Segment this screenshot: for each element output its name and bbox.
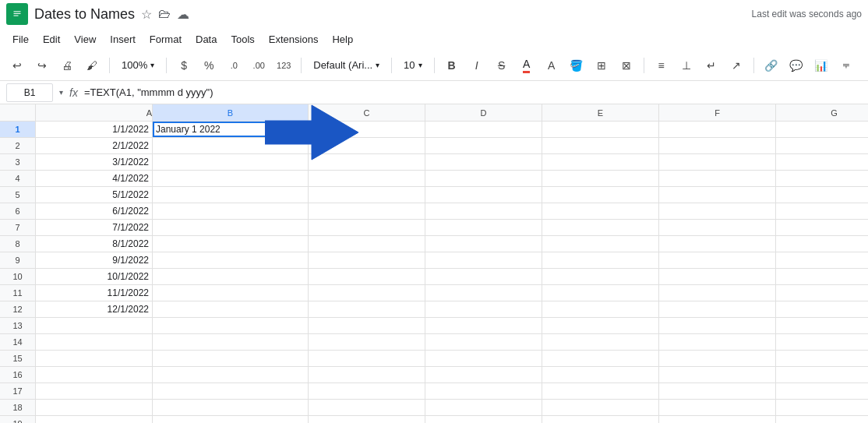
cell-f17[interactable] bbox=[659, 383, 776, 399]
cell-d10[interactable] bbox=[425, 269, 542, 284]
row-num[interactable]: 4 bbox=[0, 171, 36, 186]
cell-c9[interactable] bbox=[309, 252, 425, 268]
cell-e4[interactable] bbox=[542, 171, 659, 186]
cell-d3[interactable] bbox=[425, 154, 542, 170]
cell-f2[interactable] bbox=[659, 138, 776, 153]
cell-b14[interactable] bbox=[153, 334, 309, 350]
cell-d12[interactable] bbox=[425, 301, 542, 317]
cell-a12[interactable]: 12/1/2022 bbox=[36, 301, 153, 317]
cell-c12[interactable] bbox=[309, 301, 425, 317]
cell-g17[interactable] bbox=[776, 383, 868, 399]
cell-f19[interactable] bbox=[659, 416, 776, 423]
cell-g9[interactable] bbox=[776, 252, 868, 268]
cell-c15[interactable] bbox=[309, 351, 425, 366]
cell-a16[interactable] bbox=[36, 367, 153, 382]
currency-button[interactable]: $ bbox=[173, 55, 195, 76]
text-color-button[interactable]: A bbox=[541, 55, 563, 76]
font-dropdown[interactable]: Default (Ari... ▾ bbox=[308, 55, 385, 76]
row-num[interactable]: 5 bbox=[0, 187, 36, 203]
cell-a9[interactable]: 9/1/2022 bbox=[36, 252, 153, 268]
cell-e9[interactable] bbox=[542, 252, 659, 268]
align-button[interactable]: ≡ bbox=[651, 55, 672, 76]
menu-file[interactable]: File bbox=[6, 32, 35, 47]
cell-e5[interactable] bbox=[542, 187, 659, 203]
cell-c19[interactable] bbox=[309, 416, 425, 423]
cell-c7[interactable] bbox=[309, 220, 425, 235]
cell-e12[interactable] bbox=[542, 301, 659, 317]
cell-c16[interactable] bbox=[309, 367, 425, 382]
cell-e19[interactable] bbox=[542, 416, 659, 423]
cell-d16[interactable] bbox=[425, 367, 542, 382]
cell-f16[interactable] bbox=[659, 367, 776, 382]
cell-a5[interactable]: 5/1/2022 bbox=[36, 187, 153, 203]
cell-e3[interactable] bbox=[542, 154, 659, 170]
cell-g12[interactable] bbox=[776, 301, 868, 317]
comment-button[interactable]: 💬 bbox=[785, 55, 807, 76]
cell-g2[interactable] bbox=[776, 138, 868, 153]
row-num[interactable]: 12 bbox=[0, 301, 36, 317]
menu-data[interactable]: Data bbox=[189, 32, 223, 47]
row-num[interactable]: 10 bbox=[0, 269, 36, 284]
col-header-a[interactable]: A bbox=[36, 104, 153, 121]
cell-d6[interactable] bbox=[425, 203, 542, 219]
cell-f1[interactable] bbox=[659, 122, 776, 137]
underline-button[interactable]: A bbox=[516, 55, 538, 76]
row-num[interactable]: 3 bbox=[0, 154, 36, 170]
menu-help[interactable]: Help bbox=[326, 32, 359, 47]
cell-g15[interactable] bbox=[776, 351, 868, 366]
cell-e18[interactable] bbox=[542, 400, 659, 415]
cell-g13[interactable] bbox=[776, 318, 868, 333]
cell-f12[interactable] bbox=[659, 301, 776, 317]
cell-a2[interactable]: 2/1/2022 bbox=[36, 138, 153, 153]
link-button[interactable]: 🔗 bbox=[760, 55, 782, 76]
cell-f9[interactable] bbox=[659, 252, 776, 268]
cell-f4[interactable] bbox=[659, 171, 776, 186]
cell-b17[interactable] bbox=[153, 383, 309, 399]
col-header-f[interactable]: F bbox=[659, 104, 776, 121]
paint-format-button[interactable]: 🖌 bbox=[81, 55, 103, 76]
cell-d13[interactable] bbox=[425, 318, 542, 333]
cell-a10[interactable]: 10/1/2022 bbox=[36, 269, 153, 284]
row-num[interactable]: 6 bbox=[0, 203, 36, 219]
col-header-c[interactable]: C bbox=[309, 104, 425, 121]
cell-g7[interactable] bbox=[776, 220, 868, 235]
cell-c13[interactable] bbox=[309, 318, 425, 333]
cell-b6[interactable] bbox=[153, 203, 309, 219]
menu-format[interactable]: Format bbox=[143, 32, 188, 47]
cell-b7[interactable] bbox=[153, 220, 309, 235]
col-header-d[interactable]: D bbox=[425, 104, 542, 121]
menu-insert[interactable]: Insert bbox=[104, 32, 142, 47]
cell-a11[interactable]: 11/1/2022 bbox=[36, 285, 153, 301]
cell-b13[interactable] bbox=[153, 318, 309, 333]
cell-e7[interactable] bbox=[542, 220, 659, 235]
cell-d19[interactable] bbox=[425, 416, 542, 423]
cell-b9[interactable] bbox=[153, 252, 309, 268]
redo-button[interactable]: ↪ bbox=[31, 55, 53, 76]
cell-a17[interactable] bbox=[36, 383, 153, 399]
cell-d4[interactable] bbox=[425, 171, 542, 186]
menu-tools[interactable]: Tools bbox=[224, 32, 260, 47]
cell-e17[interactable] bbox=[542, 383, 659, 399]
cell-a3[interactable]: 3/1/2022 bbox=[36, 154, 153, 170]
cell-c4[interactable] bbox=[309, 171, 425, 186]
cell-e1[interactable] bbox=[542, 122, 659, 137]
cell-f3[interactable] bbox=[659, 154, 776, 170]
cell-b4[interactable] bbox=[153, 171, 309, 186]
percent-button[interactable]: % bbox=[198, 55, 220, 76]
cell-d5[interactable] bbox=[425, 187, 542, 203]
folder-icon[interactable]: 🗁 bbox=[158, 7, 171, 21]
cell-e11[interactable] bbox=[542, 285, 659, 301]
zoom-dropdown[interactable]: 100% ▾ bbox=[116, 55, 160, 76]
fill-color-button[interactable]: 🪣 bbox=[566, 55, 587, 76]
cell-b11[interactable] bbox=[153, 285, 309, 301]
cell-d18[interactable] bbox=[425, 400, 542, 415]
cell-b8[interactable] bbox=[153, 236, 309, 252]
row-num[interactable]: 18 bbox=[0, 400, 36, 415]
menu-edit[interactable]: Edit bbox=[37, 32, 66, 47]
cell-a18[interactable] bbox=[36, 400, 153, 415]
row-num[interactable]: 1 bbox=[0, 122, 36, 137]
col-header-e[interactable]: E bbox=[542, 104, 659, 121]
cell-a19[interactable] bbox=[36, 416, 153, 423]
cell-e14[interactable] bbox=[542, 334, 659, 350]
cell-c1[interactable] bbox=[309, 122, 425, 137]
